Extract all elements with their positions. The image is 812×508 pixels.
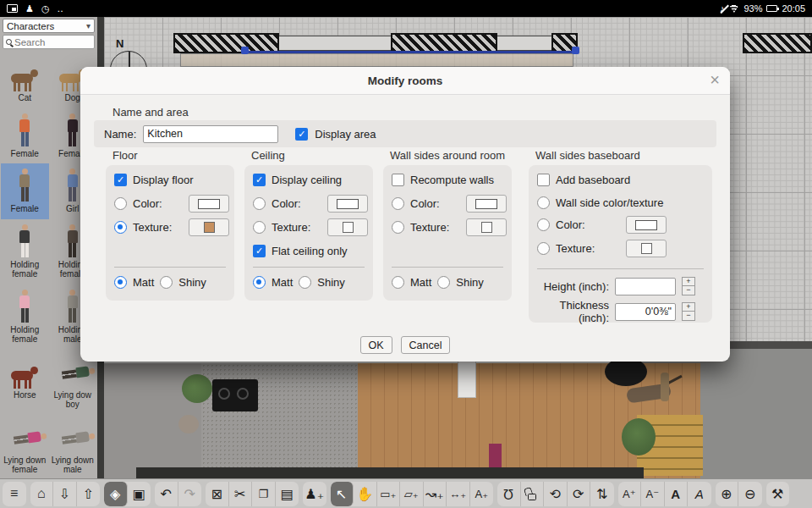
search-input[interactable] [14,37,91,47]
category-dropdown[interactable]: Characters ▾ [3,19,95,33]
sidebar-item[interactable]: Holding female [1,219,49,284]
new-home-button[interactable]: ⌂ [30,482,54,506]
add-baseboard-checkbox[interactable] [537,174,550,186]
sidebar-item[interactable]: Female [1,108,49,164]
catalog-search[interactable] [3,35,95,49]
baseboard-color-swatch-button[interactable] [626,216,667,234]
delete-icon: ⊠ [211,486,222,502]
add-text-icon: A₊ [475,488,488,500]
plan-view-button[interactable]: ◈ [104,482,128,506]
ceiling-texture-radio[interactable] [253,221,266,234]
sidebar-item[interactable]: Lying down male [49,415,97,479]
sidebar-item[interactable]: Female [1,163,49,219]
ceiling-color-swatch-button[interactable] [327,195,368,213]
3d-view-canvas[interactable] [104,349,812,478]
create-walls-button[interactable]: ▭₊ [377,482,401,506]
recompute-walls-checkbox[interactable] [392,174,404,186]
wall-texture-swatch-button[interactable] [466,218,507,236]
sidebar-item[interactable]: Cat [1,52,49,108]
floor-color-label: Color: [133,197,162,210]
zoom-in-button[interactable]: ⊕ [716,482,739,506]
baseboard-thickness-input[interactable] [615,303,676,321]
redo-icon: ↷ [184,486,195,502]
person-thumbnail [18,167,31,202]
ceiling-shiny-radio[interactable] [299,276,311,289]
floor-texture-swatch-button[interactable] [189,218,229,236]
wall-texture-radio[interactable] [392,221,404,234]
unlock-button[interactable] [521,482,545,506]
elevation-button[interactable]: ⇅ [590,482,614,506]
select-button[interactable]: ↖ [331,482,354,506]
display-area-checkbox[interactable]: ✓ [295,128,308,141]
baseboard-color-radio[interactable] [537,218,550,231]
add-furniture-button[interactable]: ♟₊ [303,482,326,506]
menu-button[interactable]: ≡ [3,482,26,506]
increase-text-size-button[interactable]: A⁺ [618,482,642,506]
create-dimensions-button[interactable]: ↔₊ [447,482,470,506]
room-name-input[interactable] [143,125,278,143]
decrease-text-size-button[interactable]: A⁻ [641,482,665,506]
wall-color-radio[interactable] [392,197,404,210]
thickness-spinner[interactable]: + − [682,302,695,321]
rotate-ccw-button[interactable]: ⟲ [544,482,568,506]
lying-thumbnail [66,353,80,389]
wall-matt-radio[interactable] [392,276,404,289]
flat-ceiling-label: Flat ceiling only [272,245,348,257]
paste-button[interactable]: ▤ [276,482,299,506]
sidebar-item-label: Lying dow boy [53,390,91,410]
sidebar-item[interactable]: Horse [1,350,49,415]
export-home-button[interactable]: ⇧ [77,482,101,506]
rotate-cw-button[interactable]: ⟳ [568,482,591,506]
3d-view-button[interactable]: ▣ [128,482,151,506]
spinner-minus-button[interactable]: − [682,312,695,321]
wall-node[interactable] [241,47,249,54]
floor-color-swatch-button[interactable] [189,195,229,213]
floor-shiny-radio[interactable] [160,276,173,289]
wall-node[interactable] [572,47,579,54]
cancel-button[interactable]: Cancel [401,336,451,354]
selected-wall[interactable] [244,51,575,53]
display-floor-checkbox[interactable]: ✓ [114,174,127,186]
ceiling-texture-label: Texture: [272,221,310,234]
create-polylines-button[interactable]: ↝₊ [424,482,447,506]
spinner-minus-button[interactable]: − [682,286,695,295]
name-label: Name: [104,128,136,141]
baseboard-texture-radio[interactable] [537,242,550,255]
ceiling-color-radio[interactable] [253,197,266,210]
cut-button[interactable]: ✂ [229,482,253,506]
floor-color-radio[interactable] [114,197,127,210]
baseboard-wallside-radio[interactable] [537,196,550,209]
copy-button[interactable]: ❐ [252,482,276,506]
baseboard-height-input[interactable] [615,278,676,295]
baseboard-texture-swatch-button[interactable] [626,240,667,257]
redo-button[interactable]: ↷ [178,482,202,506]
bold-button[interactable]: A [665,482,689,506]
zoom-out-button[interactable]: ⊖ [738,482,762,506]
floor-texture-radio[interactable] [114,221,127,234]
floor-matt-radio[interactable] [114,276,127,289]
create-rooms-button[interactable]: ▱₊ [400,482,424,506]
pawn-app-icon: ♟ [25,4,34,14]
import-home-button[interactable]: ⇩ [53,482,77,506]
sidebar-item[interactable]: Holding female [1,284,49,350]
delete-button[interactable]: ⊠ [206,482,229,506]
undo-button[interactable]: ↶ [155,482,178,506]
ok-button[interactable]: OK [360,336,392,354]
wall-shiny-radio[interactable] [437,276,450,289]
preferences-button[interactable]: ⚒ [766,482,790,506]
display-ceiling-checkbox[interactable]: ✓ [253,174,266,186]
sidebar-item[interactable]: Lying down female [1,415,49,479]
add-text-button[interactable]: A₊ [470,482,494,506]
italic-button[interactable]: A [688,482,711,506]
flat-ceiling-checkbox[interactable]: ✓ [253,245,266,257]
zoom-out-icon: ⊖ [744,486,755,502]
sidebar-item-label: Lying down male [52,456,94,475]
3d-view-icon: ▣ [133,486,145,502]
ceiling-texture-swatch-button[interactable] [327,218,368,236]
wall-color-swatch-button[interactable] [466,195,507,213]
height-spinner[interactable]: + − [682,277,695,295]
close-icon[interactable]: × [710,70,720,90]
magnetism-button[interactable]: Ω [497,482,521,506]
ceiling-matt-radio[interactable] [253,276,266,289]
pan-button[interactable]: ✋ [354,482,377,506]
